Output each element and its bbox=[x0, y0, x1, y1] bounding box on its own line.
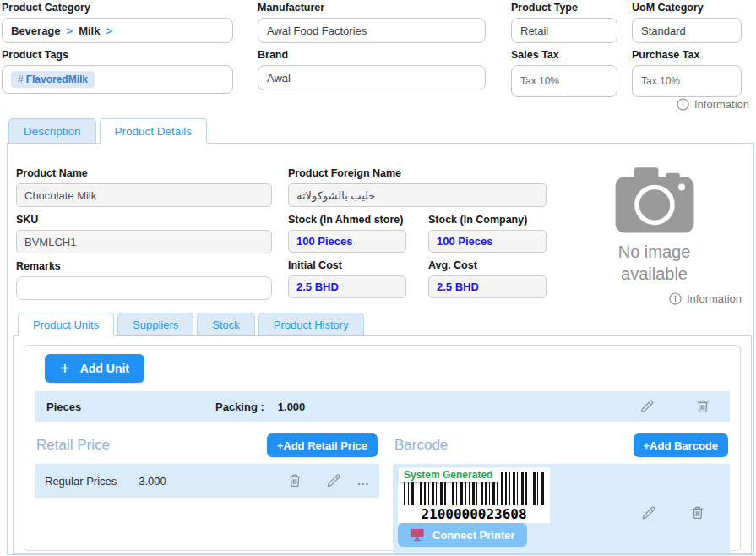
tab-description[interactable]: Description bbox=[8, 118, 96, 144]
barcode-number: 2100000023608 bbox=[398, 506, 550, 522]
add-retail-price-button[interactable]: +Add Retail Price bbox=[267, 433, 378, 457]
edit-barcode-pencil-icon[interactable] bbox=[640, 504, 657, 521]
barcode-row: System Generated 2100000023608 Connect P… bbox=[393, 464, 730, 553]
foreign-name-input[interactable] bbox=[288, 183, 547, 207]
more-options-ellipsis[interactable]: ... bbox=[357, 475, 369, 488]
price-value: 3.000 bbox=[139, 475, 166, 488]
sku-label: SKU bbox=[16, 214, 272, 226]
uom-category-input[interactable] bbox=[632, 18, 742, 43]
info-circle-icon bbox=[677, 98, 689, 111]
tag-chip[interactable]: #FlavoredMilk bbox=[11, 71, 95, 88]
connect-printer-label: Connect Printer bbox=[432, 529, 515, 542]
tab-product-units[interactable]: Product Units bbox=[18, 313, 114, 336]
sales-tax-label: Sales Tax bbox=[511, 49, 617, 61]
product-type-label: Product Type bbox=[511, 2, 617, 14]
remarks-label: Remarks bbox=[16, 260, 272, 272]
edit-price-pencil-icon[interactable] bbox=[325, 472, 342, 489]
delete-barcode-trash-icon[interactable] bbox=[689, 504, 706, 521]
chevron-right-icon: > bbox=[106, 25, 112, 37]
sales-tax-value: Tax 10% bbox=[520, 75, 559, 87]
product-image-area: No image available bbox=[555, 166, 753, 285]
initial-cost-input[interactable] bbox=[288, 275, 406, 298]
information-text: Information bbox=[694, 98, 749, 111]
product-units-panel: + Add Unit Pieces Packing : 1.000 bbox=[13, 335, 752, 554]
details-middle-column: Product Foreign Name Stock (In Ahmed sto… bbox=[288, 167, 547, 298]
information-text: Information bbox=[687, 292, 742, 305]
retail-price-row: Regular Prices 3.000 bbox=[35, 464, 379, 498]
delete-unit-trash-icon[interactable] bbox=[694, 398, 711, 415]
remarks-input[interactable] bbox=[16, 276, 272, 300]
product-type-input[interactable] bbox=[511, 18, 617, 43]
sku-input[interactable] bbox=[16, 230, 272, 253]
barcode-section: Barcode +Add Barcode System Generated 21… bbox=[393, 432, 730, 553]
product-category-field[interactable]: Beverage > Milk > bbox=[2, 18, 233, 43]
main-tabs: Description Product Details bbox=[8, 118, 756, 144]
barcode-image: System Generated 2100000023608 bbox=[398, 467, 550, 523]
initial-cost-label: Initial Cost bbox=[288, 259, 406, 271]
unit-name: Pieces bbox=[46, 401, 215, 413]
packing-value: 1.000 bbox=[278, 401, 306, 413]
retail-price-section: Retail Price +Add Retail Price Regular P… bbox=[35, 432, 379, 553]
add-barcode-button[interactable]: +Add Barcode bbox=[634, 433, 729, 457]
manufacturer-input[interactable] bbox=[258, 18, 486, 43]
tab-product-history[interactable]: Product History bbox=[258, 313, 364, 336]
add-unit-label: Add Unit bbox=[80, 362, 129, 375]
product-tags-label: Product Tags bbox=[2, 49, 233, 61]
tag-label[interactable]: FlavoredMilk bbox=[26, 74, 88, 85]
stock-company-input[interactable] bbox=[428, 230, 547, 253]
connect-printer-button[interactable]: Connect Printer bbox=[398, 523, 527, 547]
packing-label: Packing : bbox=[215, 401, 264, 413]
barcode-heading: Barcode bbox=[394, 437, 448, 454]
tab-stock-label: Stock bbox=[212, 319, 240, 331]
camera-icon bbox=[607, 166, 702, 237]
no-image-line1: No image bbox=[555, 241, 753, 263]
no-image-text: No image available bbox=[555, 241, 753, 285]
info-circle-icon bbox=[669, 292, 682, 305]
tab-description-label: Description bbox=[24, 125, 81, 138]
stock-company-label: Stock (In Company) bbox=[428, 214, 547, 226]
units-card: + Add Unit Pieces Packing : 1.000 bbox=[24, 345, 741, 551]
delete-price-trash-icon[interactable] bbox=[286, 472, 303, 489]
product-details-panel: Product Name SKU Remarks Product Foreign… bbox=[7, 143, 754, 555]
information-link[interactable]: Information bbox=[677, 98, 749, 111]
no-image-line2: available bbox=[555, 263, 753, 285]
avg-cost-label: Avg. Cost bbox=[428, 259, 547, 271]
tab-suppliers-label: Suppliers bbox=[133, 319, 178, 331]
price-name: Regular Prices bbox=[45, 475, 117, 488]
product-category-label: Product Category bbox=[2, 2, 233, 14]
edit-unit-pencil-icon[interactable] bbox=[639, 398, 655, 415]
product-name-input[interactable] bbox=[16, 183, 272, 207]
brand-label: Brand bbox=[258, 49, 486, 61]
information-link-details[interactable]: Information bbox=[669, 292, 742, 305]
foreign-name-label: Product Foreign Name bbox=[288, 167, 547, 179]
purchase-tax-value: Tax 10% bbox=[641, 75, 680, 87]
tab-product-details[interactable]: Product Details bbox=[100, 118, 208, 144]
product-tags-field[interactable]: #FlavoredMilk bbox=[2, 65, 233, 94]
top-form: Product Category Beverage > Milk > Manuf… bbox=[0, 0, 756, 118]
category-breadcrumb-item[interactable]: Beverage bbox=[11, 25, 61, 37]
tab-suppliers[interactable]: Suppliers bbox=[117, 313, 193, 336]
sales-tax-field[interactable]: Tax 10% bbox=[511, 65, 617, 97]
system-generated-badge: System Generated bbox=[399, 468, 498, 482]
tab-product-details-label: Product Details bbox=[115, 125, 193, 138]
plus-icon: + bbox=[60, 359, 70, 379]
category-breadcrumb-item[interactable]: Milk bbox=[79, 25, 100, 37]
add-unit-button[interactable]: + Add Unit bbox=[45, 354, 144, 383]
uom-category-label: UoM Category bbox=[632, 2, 742, 14]
tab-stock[interactable]: Stock bbox=[197, 313, 255, 336]
purchase-tax-field[interactable]: Tax 10% bbox=[632, 65, 742, 97]
retail-price-heading: Retail Price bbox=[36, 437, 110, 454]
purchase-tax-label: Purchase Tax bbox=[632, 49, 742, 61]
hash-icon: # bbox=[18, 74, 24, 85]
stock-store-input[interactable] bbox=[288, 230, 406, 253]
brand-input[interactable] bbox=[258, 65, 486, 90]
stock-store-label: Stock (In Ahmed store) bbox=[288, 214, 406, 226]
details-left-column: Product Name SKU Remarks bbox=[16, 167, 272, 300]
chevron-right-icon: > bbox=[67, 25, 73, 37]
avg-cost-input[interactable] bbox=[428, 275, 547, 298]
unit-row: Pieces Packing : 1.000 bbox=[35, 391, 730, 422]
tab-product-history-label: Product History bbox=[274, 319, 349, 331]
manufacturer-label: Manufacturer bbox=[258, 2, 486, 14]
sub-tabs: Product Units Suppliers Stock Product Hi… bbox=[18, 313, 364, 336]
printer-monitor-icon bbox=[410, 528, 425, 542]
